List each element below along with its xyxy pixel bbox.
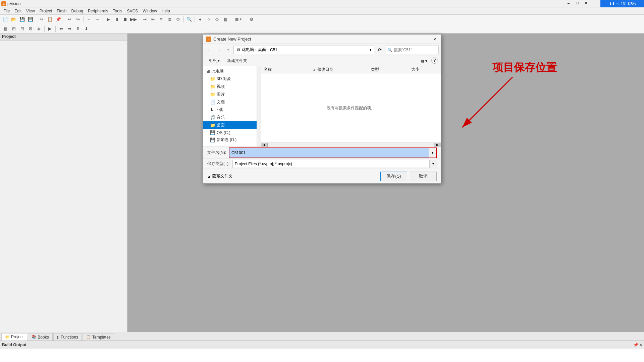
- breadcrumb-dropdown[interactable]: ▾: [370, 48, 371, 52]
- menu-debug[interactable]: Debug: [69, 8, 85, 14]
- tb-btn1[interactable]: ▶: [104, 16, 112, 23]
- hide-folders-toggle[interactable]: ▲ 隐藏文件夹: [207, 173, 232, 179]
- build-output-controls: 📌 ×: [633, 343, 642, 347]
- tree-desktop[interactable]: 📁 桌面: [203, 121, 257, 129]
- tb2-back1[interactable]: ⬅: [57, 25, 65, 33]
- tb-save2[interactable]: 💾: [26, 16, 35, 23]
- toolbar2-sep1: [44, 26, 45, 32]
- tree-music[interactable]: 🎵 音乐: [203, 114, 257, 121]
- tb2-fwd1[interactable]: ➡: [65, 25, 73, 33]
- minimize-button[interactable]: –: [564, 0, 573, 6]
- tb-grid[interactable]: ▦: [221, 16, 229, 23]
- tree-3d[interactable]: 📁 3D 对象: [203, 75, 257, 83]
- col-size[interactable]: 大小: [411, 67, 438, 72]
- build-output-close[interactable]: ×: [640, 343, 642, 347]
- tab-templates[interactable]: 📋 Templates: [83, 333, 114, 341]
- tb2-btn3[interactable]: ⊟: [18, 25, 26, 33]
- help-button[interactable]: ?: [431, 57, 438, 64]
- close-button[interactable]: ×: [582, 0, 590, 6]
- tb-settings[interactable]: ⚙: [248, 16, 256, 23]
- nav-forward-button[interactable]: →: [215, 46, 223, 54]
- tb-find[interactable]: 🔍: [185, 16, 193, 23]
- tb-cut[interactable]: ✂: [38, 16, 46, 23]
- scroll-left[interactable]: ◀: [261, 143, 268, 147]
- doc-icon: 📄: [210, 100, 215, 105]
- tb-undo[interactable]: ↩: [65, 16, 73, 23]
- tb-copy[interactable]: 📋: [46, 16, 54, 23]
- col-name[interactable]: 名称: [264, 67, 313, 72]
- organize-button[interactable]: 组织 ▾: [206, 57, 222, 65]
- tree-download[interactable]: ⬇ 下载: [203, 106, 257, 114]
- nav-up-button[interactable]: ↑: [224, 46, 232, 54]
- menu-svcs[interactable]: SVCS: [125, 8, 140, 14]
- tb-gear[interactable]: ⚙: [174, 16, 182, 23]
- dialog-close-button[interactable]: ×: [431, 36, 438, 43]
- tb-list2[interactable]: ≣: [166, 16, 174, 23]
- menu-file[interactable]: File: [1, 8, 12, 14]
- menu-flash[interactable]: Flash: [55, 8, 68, 14]
- tree-doc[interactable]: 📄 文档: [203, 98, 257, 106]
- tab-books[interactable]: 📚 Books: [28, 333, 52, 341]
- menu-peripherals[interactable]: Peripherals: [86, 8, 110, 14]
- tb-btn4[interactable]: ▶▶: [129, 16, 138, 23]
- tb-save[interactable]: 💾: [18, 16, 26, 23]
- tb-circle2[interactable]: ○: [205, 16, 213, 23]
- nav-back-button[interactable]: ←: [205, 46, 213, 54]
- sort-icon: ▲: [313, 68, 316, 71]
- tb2-down1[interactable]: ⬇: [82, 25, 90, 33]
- tree-newd[interactable]: 💾 新加卷 (D:): [203, 136, 257, 144]
- horizontal-scrollbar[interactable]: ◀ ▶: [261, 142, 441, 146]
- tb-view[interactable]: ▦ ▾: [232, 16, 245, 23]
- tb-circle1[interactable]: ●: [196, 16, 204, 23]
- tb-nav-back[interactable]: ←: [85, 16, 93, 23]
- tb-list1[interactable]: ≡: [157, 16, 165, 23]
- menu-tools[interactable]: Tools: [111, 8, 124, 14]
- savetype-select[interactable]: Project Files (*.uvproj; *.uvprojx): [232, 160, 437, 168]
- tb-outdent[interactable]: ⇤: [149, 16, 157, 23]
- tree-pc[interactable]: 🖥 此电脑: [203, 67, 257, 75]
- col-date[interactable]: 修改日期: [317, 67, 371, 72]
- scroll-right[interactable]: ▶: [434, 143, 441, 147]
- filename-input[interactable]: [229, 148, 436, 158]
- cancel-button[interactable]: 取消: [410, 172, 437, 181]
- tree-pc-label: 此电脑: [212, 68, 224, 74]
- tb2-btn6[interactable]: ▶: [46, 25, 54, 33]
- tree-picture[interactable]: 📁 图片: [203, 90, 257, 98]
- new-folder-button[interactable]: 新建文件夹: [224, 57, 250, 65]
- tb-nav-fwd[interactable]: →: [93, 16, 101, 23]
- tree-video[interactable]: 📁 视频: [203, 83, 257, 90]
- tb-redo[interactable]: ↪: [74, 16, 82, 23]
- menu-window[interactable]: Window: [141, 8, 159, 14]
- tb-new[interactable]: 📄: [1, 16, 9, 23]
- tb-open[interactable]: 📂: [10, 16, 18, 23]
- tb2-btn1[interactable]: ▦: [1, 25, 9, 33]
- search-input[interactable]: [394, 48, 436, 52]
- tab-project[interactable]: 📁 Project: [1, 333, 27, 341]
- breadcrumb-part2: 桌面: [258, 47, 266, 53]
- toolbar-sep7: [195, 16, 195, 22]
- tb-btn3[interactable]: ⏹: [121, 16, 129, 23]
- menu-view[interactable]: View: [24, 8, 37, 14]
- tb-btn2[interactable]: ⏸: [113, 16, 121, 23]
- tab-functions[interactable]: {} Functions: [53, 333, 82, 341]
- menu-help[interactable]: Help: [160, 8, 172, 14]
- view-toggle-button[interactable]: ▦ ▾: [418, 57, 430, 65]
- pc-icon: 🖥: [206, 69, 210, 74]
- tb-paste[interactable]: 📌: [54, 16, 62, 23]
- tb-indent[interactable]: ⇥: [141, 16, 149, 23]
- tree-scrollbar[interactable]: [257, 66, 261, 146]
- refresh-button[interactable]: ⟳: [376, 46, 384, 54]
- tb2-btn5[interactable]: ◈: [35, 25, 43, 33]
- tb2-up1[interactable]: ⬆: [74, 25, 82, 33]
- menu-edit[interactable]: Edit: [12, 8, 23, 14]
- tb2-btn4[interactable]: ⊠: [26, 25, 35, 33]
- tb-circle3[interactable]: ◇: [213, 16, 221, 23]
- menu-project[interactable]: Project: [38, 8, 54, 14]
- maximize-button[interactable]: □: [573, 0, 582, 6]
- build-output-pin[interactable]: 📌: [633, 343, 638, 347]
- col-type[interactable]: 类型: [371, 67, 411, 72]
- save-button[interactable]: 保存(S): [380, 172, 407, 181]
- tb2-btn2[interactable]: ⊞: [10, 25, 18, 33]
- filename-dropdown[interactable]: ▾: [429, 148, 436, 158]
- tree-osc[interactable]: 💾 OS (C:): [203, 129, 257, 136]
